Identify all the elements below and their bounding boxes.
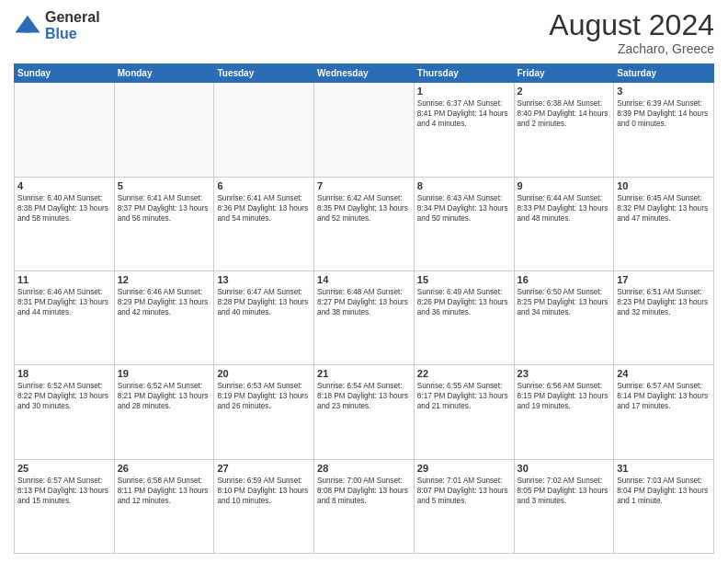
calendar-day-cell: 11Sunrise: 6:46 AM Sunset: 8:31 PM Dayli…	[15, 270, 115, 364]
calendar-week-row: 4Sunrise: 6:40 AM Sunset: 8:38 PM Daylig…	[15, 177, 714, 270]
day-info: Sunrise: 6:59 AM Sunset: 8:10 PM Dayligh…	[217, 476, 311, 506]
header: General Blue August 2024 Zacharo, Greece	[14, 9, 714, 56]
page-subtitle: Zacharo, Greece	[549, 41, 714, 56]
day-info: Sunrise: 6:50 AM Sunset: 8:25 PM Dayligh…	[518, 287, 611, 317]
calendar-day-cell: 24Sunrise: 6:57 AM Sunset: 8:14 PM Dayli…	[614, 365, 714, 459]
calendar-day-cell: 17Sunrise: 6:51 AM Sunset: 8:23 PM Dayli…	[614, 270, 714, 364]
day-info: Sunrise: 6:40 AM Sunset: 8:38 PM Dayligh…	[17, 193, 111, 224]
calendar-day-cell: 20Sunrise: 6:53 AM Sunset: 8:19 PM Dayli…	[214, 365, 314, 459]
day-number: 10	[617, 180, 711, 191]
day-info: Sunrise: 6:37 AM Sunset: 8:41 PM Dayligh…	[417, 98, 511, 129]
day-number: 13	[217, 274, 311, 285]
day-info: Sunrise: 6:55 AM Sunset: 8:17 PM Dayligh…	[417, 381, 511, 411]
calendar-day-cell: 22Sunrise: 6:55 AM Sunset: 8:17 PM Dayli…	[414, 365, 514, 459]
day-info: Sunrise: 6:53 AM Sunset: 8:19 PM Dayligh…	[217, 381, 311, 411]
day-number: 20	[217, 368, 311, 379]
calendar-day-cell: 18Sunrise: 6:52 AM Sunset: 8:22 PM Dayli…	[15, 365, 115, 459]
day-info: Sunrise: 6:46 AM Sunset: 8:31 PM Dayligh…	[17, 287, 111, 317]
weekday-header: Tuesday	[214, 64, 314, 83]
day-number: 9	[518, 180, 611, 191]
calendar-day-cell: 21Sunrise: 6:54 AM Sunset: 8:18 PM Dayli…	[314, 365, 415, 459]
calendar-day-cell: 30Sunrise: 7:02 AM Sunset: 8:05 PM Dayli…	[514, 459, 614, 553]
day-info: Sunrise: 6:46 AM Sunset: 8:29 PM Dayligh…	[118, 287, 211, 317]
day-info: Sunrise: 6:58 AM Sunset: 8:11 PM Dayligh…	[118, 476, 211, 506]
calendar-day-cell: 2Sunrise: 6:38 AM Sunset: 8:40 PM Daylig…	[514, 83, 614, 177]
weekday-header: Wednesday	[314, 64, 415, 83]
calendar-day-cell: 9Sunrise: 6:44 AM Sunset: 8:33 PM Daylig…	[514, 177, 614, 270]
logo-text: General Blue	[45, 9, 100, 41]
day-number: 4	[17, 180, 111, 191]
calendar-day-cell: 12Sunrise: 6:46 AM Sunset: 8:29 PM Dayli…	[114, 270, 214, 364]
calendar-header-row: SundayMondayTuesdayWednesdayThursdayFrid…	[15, 64, 714, 83]
calendar-day-cell: 28Sunrise: 7:00 AM Sunset: 8:08 PM Dayli…	[314, 459, 415, 553]
day-number: 6	[217, 180, 311, 191]
calendar-week-row: 25Sunrise: 6:57 AM Sunset: 8:13 PM Dayli…	[15, 459, 714, 553]
day-number: 24	[617, 368, 711, 379]
day-info: Sunrise: 6:52 AM Sunset: 8:21 PM Dayligh…	[118, 381, 211, 411]
day-number: 12	[118, 274, 211, 285]
day-number: 28	[317, 463, 411, 474]
calendar-day-cell: 13Sunrise: 6:47 AM Sunset: 8:28 PM Dayli…	[214, 270, 314, 364]
weekday-header: Friday	[514, 64, 614, 83]
day-info: Sunrise: 6:51 AM Sunset: 8:23 PM Dayligh…	[617, 287, 711, 317]
day-info: Sunrise: 7:00 AM Sunset: 8:08 PM Dayligh…	[317, 476, 411, 506]
day-info: Sunrise: 6:45 AM Sunset: 8:32 PM Dayligh…	[617, 193, 711, 224]
calendar-day-cell: 10Sunrise: 6:45 AM Sunset: 8:32 PM Dayli…	[614, 177, 714, 270]
day-number: 29	[417, 463, 511, 474]
day-number: 15	[417, 274, 511, 285]
day-info: Sunrise: 6:48 AM Sunset: 8:27 PM Dayligh…	[317, 287, 411, 317]
day-number: 5	[118, 180, 211, 191]
day-number: 30	[518, 463, 611, 474]
calendar-day-cell: 5Sunrise: 6:41 AM Sunset: 8:37 PM Daylig…	[114, 177, 214, 270]
day-info: Sunrise: 7:02 AM Sunset: 8:05 PM Dayligh…	[518, 476, 611, 506]
day-info: Sunrise: 6:41 AM Sunset: 8:36 PM Dayligh…	[217, 193, 311, 224]
day-number: 3	[617, 86, 711, 97]
day-info: Sunrise: 6:54 AM Sunset: 8:18 PM Dayligh…	[317, 381, 411, 411]
calendar-day-cell: 1Sunrise: 6:37 AM Sunset: 8:41 PM Daylig…	[414, 83, 514, 177]
calendar-day-cell	[114, 83, 214, 177]
calendar-table: SundayMondayTuesdayWednesdayThursdayFrid…	[14, 63, 714, 554]
day-number: 2	[518, 86, 611, 97]
weekday-header: Sunday	[15, 64, 115, 83]
calendar-day-cell: 3Sunrise: 6:39 AM Sunset: 8:39 PM Daylig…	[614, 83, 714, 177]
day-number: 18	[17, 368, 111, 379]
day-number: 16	[518, 274, 611, 285]
day-number: 27	[217, 463, 311, 474]
day-info: Sunrise: 6:42 AM Sunset: 8:35 PM Dayligh…	[317, 193, 411, 224]
day-info: Sunrise: 6:41 AM Sunset: 8:37 PM Dayligh…	[118, 193, 211, 224]
day-info: Sunrise: 7:03 AM Sunset: 8:04 PM Dayligh…	[617, 476, 711, 506]
weekday-header: Thursday	[414, 64, 514, 83]
calendar-day-cell: 7Sunrise: 6:42 AM Sunset: 8:35 PM Daylig…	[314, 177, 415, 270]
day-info: Sunrise: 6:43 AM Sunset: 8:34 PM Dayligh…	[417, 193, 511, 224]
day-number: 14	[317, 274, 411, 285]
day-number: 21	[317, 368, 411, 379]
day-number: 22	[417, 368, 511, 379]
calendar-day-cell: 25Sunrise: 6:57 AM Sunset: 8:13 PM Dayli…	[15, 459, 115, 553]
day-number: 23	[518, 368, 611, 379]
calendar-week-row: 11Sunrise: 6:46 AM Sunset: 8:31 PM Dayli…	[15, 270, 714, 364]
calendar-day-cell	[314, 83, 415, 177]
day-number: 7	[317, 180, 411, 191]
day-number: 31	[617, 463, 711, 474]
calendar-day-cell: 6Sunrise: 6:41 AM Sunset: 8:36 PM Daylig…	[214, 177, 314, 270]
logo: General Blue	[14, 9, 100, 41]
calendar-day-cell: 16Sunrise: 6:50 AM Sunset: 8:25 PM Dayli…	[514, 270, 614, 364]
calendar-day-cell	[15, 83, 115, 177]
day-info: Sunrise: 6:52 AM Sunset: 8:22 PM Dayligh…	[17, 381, 111, 411]
calendar-day-cell: 23Sunrise: 6:56 AM Sunset: 8:15 PM Dayli…	[514, 365, 614, 459]
calendar-week-row: 18Sunrise: 6:52 AM Sunset: 8:22 PM Dayli…	[15, 365, 714, 459]
day-info: Sunrise: 6:39 AM Sunset: 8:39 PM Dayligh…	[617, 98, 711, 129]
calendar-day-cell: 31Sunrise: 7:03 AM Sunset: 8:04 PM Dayli…	[614, 459, 714, 553]
calendar-day-cell: 4Sunrise: 6:40 AM Sunset: 8:38 PM Daylig…	[15, 177, 115, 270]
calendar-day-cell: 19Sunrise: 6:52 AM Sunset: 8:21 PM Dayli…	[114, 365, 214, 459]
day-info: Sunrise: 6:57 AM Sunset: 8:13 PM Dayligh…	[17, 476, 111, 506]
logo-icon	[14, 12, 41, 40]
day-number: 25	[17, 463, 111, 474]
day-info: Sunrise: 6:38 AM Sunset: 8:40 PM Dayligh…	[518, 98, 611, 129]
calendar-day-cell: 14Sunrise: 6:48 AM Sunset: 8:27 PM Dayli…	[314, 270, 415, 364]
day-info: Sunrise: 6:49 AM Sunset: 8:26 PM Dayligh…	[417, 287, 511, 317]
day-info: Sunrise: 6:44 AM Sunset: 8:33 PM Dayligh…	[518, 193, 611, 224]
day-number: 8	[417, 180, 511, 191]
day-info: Sunrise: 6:47 AM Sunset: 8:28 PM Dayligh…	[217, 287, 311, 317]
calendar-day-cell	[214, 83, 314, 177]
